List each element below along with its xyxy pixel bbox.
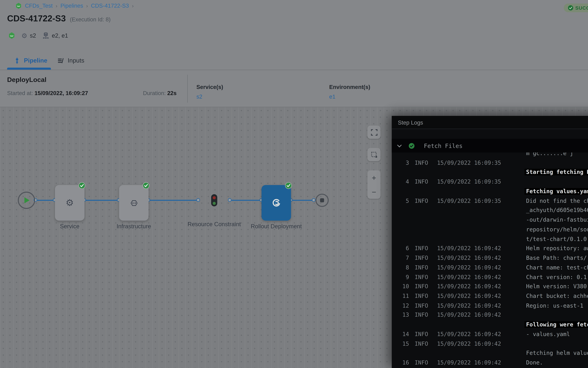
stage-name: DeployLocal — [7, 76, 47, 83]
tags-row: ⚙ s2 e2, e1 — [8, 32, 68, 39]
zoom-out-button[interactable]: − — [367, 188, 380, 195]
environments-value[interactable]: e1 — [329, 93, 335, 100]
title-row: CDS-41722-S3 (Execution Id: 8) — [7, 14, 111, 24]
harness-logo-icon — [15, 2, 22, 9]
edge-junction — [196, 198, 200, 202]
gear-icon: ⚙ — [66, 198, 74, 207]
edge — [36, 200, 55, 201]
log-row: Following were fetched successfully : — [392, 320, 588, 330]
edge — [291, 200, 314, 201]
log-row: 6INFO15/09/2022 16:09:42Helm repository:… — [392, 244, 588, 254]
services-label: Service(s) — [196, 84, 223, 90]
page-title: CDS-41722-S3 — [7, 14, 66, 24]
stage-started: Started at: 15/09/2022, 16:09:27 — [7, 90, 88, 96]
log-rows: m gc.......e j3INFO15/09/2022 16:09:35St… — [392, 149, 588, 368]
log-row: 7INFO15/09/2022 16:09:42Base Path: chart… — [392, 254, 588, 263]
success-check-icon — [568, 5, 573, 10]
log-row: -out/darwin-fastbuild/bin/260-delegate/e… — [392, 216, 588, 225]
divider — [187, 75, 188, 103]
inputs-icon — [57, 57, 64, 64]
log-row: Fetching helm values completed successfu… — [392, 349, 588, 359]
select-area-button[interactable] — [367, 148, 380, 161]
step-logs-panel: Step Logs Console View Fetch — [392, 116, 588, 368]
log-row: 16INFO15/09/2022 16:09:42Done. — [392, 359, 588, 368]
log-row: repository/helm/source/93602db7-89f2-317… — [392, 225, 588, 235]
log-row: 15INFO15/09/2022 16:09:42 — [392, 340, 588, 349]
node-label: Infrastructure — [106, 221, 162, 231]
fullscreen-button[interactable] — [367, 126, 380, 139]
node-label: Service — [42, 221, 98, 231]
end-node[interactable] — [315, 194, 329, 207]
log-row: Starting fetching Helm values — [392, 168, 588, 177]
edge-junction — [228, 198, 231, 202]
tab-inputs[interactable]: Inputs — [57, 57, 84, 64]
green-light — [213, 202, 216, 204]
infrastructure-icon — [130, 198, 138, 207]
tab-pipeline[interactable]: Pipeline — [14, 57, 47, 64]
log-row: _achyuth/d605e19b46448ceaacb01fb4c19633a… — [392, 206, 588, 216]
services-value[interactable]: s2 — [196, 93, 202, 100]
edge — [85, 200, 119, 201]
log-section-header[interactable]: Fetch Files ↑ ↓ 9s — [392, 139, 588, 153]
log-row: Fetching values.yaml from helm chart rep… — [392, 187, 588, 197]
marquee-icon — [371, 151, 377, 158]
gear-icon: ⚙ — [21, 32, 27, 39]
zoom-in-button[interactable]: + — [367, 174, 380, 181]
log-row: t/test-chart/0.1.0 — [392, 235, 588, 244]
log-row: 11INFO15/09/2022 16:09:42Chart bucket: a… — [392, 292, 588, 301]
harness-logo-icon — [8, 32, 15, 39]
log-row: 4INFO15/09/2022 16:09:35 — [392, 177, 588, 187]
log-row: 9INFO15/09/2022 16:09:42Chart version: 0… — [392, 273, 588, 282]
breadcrumb: CFDs_Test › Pipelines › CDS-41722-S3 › — [15, 2, 134, 9]
status-badge: SUCCESS — [564, 3, 588, 12]
breadcrumb-separator: › — [132, 3, 133, 9]
breadcrumb-pipelines[interactable]: Pipelines — [60, 3, 83, 9]
node-rollout-deployment[interactable] — [262, 185, 291, 221]
edge — [149, 200, 198, 201]
edge-junction — [312, 198, 315, 202]
log-row: 12INFO15/09/2022 16:09:42Region: us-east… — [392, 301, 588, 311]
environments-label: Environment(s) — [329, 84, 370, 90]
red-light — [213, 196, 216, 199]
execution-id: (Execution Id: 8) — [70, 16, 111, 22]
service-tag: ⚙ s2 — [21, 32, 36, 39]
fullscreen-icon — [371, 129, 377, 136]
success-badge-icon — [78, 182, 85, 189]
start-node[interactable] — [18, 192, 35, 209]
breadcrumb-pipeline[interactable]: CDS-41722-S3 — [91, 3, 129, 9]
success-badge-icon — [285, 182, 292, 189]
success-badge-icon — [142, 182, 150, 189]
environments-tag: e2, e1 — [42, 32, 68, 39]
stage-duration: Duration: 22s — [143, 90, 177, 96]
tab-bar: Pipeline Inputs Console View — [0, 53, 588, 70]
zoom-controls: + − — [367, 170, 380, 199]
breadcrumb-separator: › — [86, 3, 88, 9]
log-row: 5INFO15/09/2022 16:09:35Did not find the… — [392, 197, 588, 206]
node-infrastructure[interactable] — [119, 185, 149, 221]
node-resource-constraint[interactable] — [211, 194, 217, 206]
node-label: Rollout Deployment — [248, 221, 304, 231]
active-tab-indicator — [7, 68, 51, 70]
log-section-name: Fetch Files — [424, 142, 463, 149]
log-row: 3INFO15/09/2022 16:09:35 — [392, 158, 588, 168]
stop-icon — [320, 198, 324, 202]
environment-icon — [42, 32, 49, 39]
pipeline-icon — [14, 57, 20, 64]
step-logs-title: Step Logs — [398, 119, 423, 125]
node-service[interactable]: ⚙ — [55, 185, 85, 221]
log-row: 14INFO15/09/2022 16:09:42- values.yaml — [392, 330, 588, 340]
step-success-icon — [408, 143, 415, 149]
edge — [230, 200, 262, 201]
rollout-icon — [272, 198, 281, 207]
step-logs-header: Step Logs Console View — [392, 116, 588, 129]
stage-summary: DeployLocal Started at: 15/09/2022, 16:0… — [0, 70, 588, 107]
status-label: SUCCESS — [575, 5, 588, 10]
log-row: 10INFO15/09/2022 16:09:42Helm version: V… — [392, 282, 588, 292]
page: CFDs_Test › Pipelines › CDS-41722-S3 › S… — [0, 0, 588, 368]
execution-status-bar: SUCCESS Start time 15/09/2022 16:09:26 5… — [564, 1, 588, 14]
node-label: Resource Constraint — [186, 219, 242, 229]
breadcrumb-separator: › — [56, 3, 57, 9]
log-row: 13INFO15/09/2022 16:09:42 — [392, 311, 588, 320]
chevron-down-icon[interactable] — [396, 143, 403, 148]
breadcrumb-project[interactable]: CFDs_Test — [25, 3, 53, 9]
